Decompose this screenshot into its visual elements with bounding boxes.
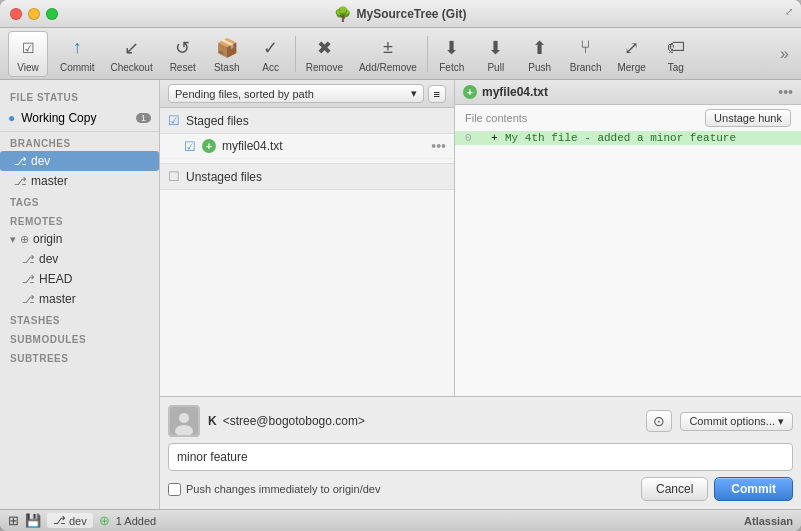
file-added-icon: + — [202, 139, 216, 153]
commit-top: K <stree@bogotobogo.com> ⊙ Commit option… — [168, 405, 793, 437]
merge-button[interactable]: ⤢ Merge — [609, 31, 653, 77]
stash-icon: 📦 — [214, 35, 240, 61]
view-icon: ☑ — [15, 35, 41, 61]
tag-button[interactable]: 🏷 Tag — [654, 31, 698, 77]
stash-button[interactable]: 📦 Stash — [205, 31, 249, 77]
push-button[interactable]: ⬆ Push — [518, 31, 562, 77]
right-panel: Pending files, sorted by path ▾ ≡ ☑ Stag… — [160, 80, 801, 509]
commit-bottom: Push changes immediately to origin/dev C… — [168, 477, 793, 501]
filename-label: myfile04.txt — [222, 139, 425, 153]
diff-menu[interactable]: ••• — [778, 84, 793, 100]
commit-toolbar-button[interactable]: ↑ Commit — [52, 31, 102, 77]
subtrees-header: SUBTREES — [0, 347, 159, 366]
main-window: 🌳 MySourceTree (Git) ⤢ ☑ View ↑ Commit ↙… — [0, 0, 801, 531]
sidebar-item-origin[interactable]: ▾ ⊕ origin — [0, 229, 159, 249]
branch-button[interactable]: ⑂ Branch — [562, 31, 610, 77]
options-chevron-icon: ▾ — [778, 415, 784, 428]
pull-button[interactable]: ⬇ Pull — [474, 31, 518, 77]
sidebar-item-dev[interactable]: ⎇ dev — [0, 151, 159, 171]
unstaged-section-header[interactable]: ☐ Unstaged files — [160, 163, 454, 190]
statusbar-branch-label: dev — [69, 515, 87, 527]
window-title: 🌳 MySourceTree (Git) — [334, 6, 466, 22]
add-remove-button[interactable]: ± Add/Remove — [351, 31, 425, 77]
file-menu-icon[interactable]: ••• — [431, 138, 446, 154]
diff-lines: 0 + My 4th file - added a minor feature — [455, 131, 801, 145]
working-copy-icon: ● — [8, 111, 15, 125]
diff-panel: + myfile04.txt ••• File contents Unstage… — [455, 80, 801, 396]
diff-line-added: 0 + My 4th file - added a minor feature — [455, 131, 801, 145]
checkout-button[interactable]: ↙ Checkout — [102, 31, 160, 77]
commit-history-button[interactable]: ⊙ — [646, 410, 672, 432]
commit-user-initial: K — [208, 414, 217, 428]
branch-icon: ⑂ — [573, 35, 599, 61]
files-area: Pending files, sorted by path ▾ ≡ ☑ Stag… — [160, 80, 801, 396]
unstage-hunk-button[interactable]: Unstage hunk — [705, 109, 791, 127]
diff-dots-icon: ••• — [778, 84, 793, 100]
statusbar-save-icon: 💾 — [25, 513, 41, 528]
file-status-header: FILE STATUS — [0, 86, 159, 105]
close-button[interactable] — [10, 8, 22, 20]
statusbar-add-icon: ⊕ — [99, 513, 110, 528]
diff-header: + myfile04.txt ••• — [455, 80, 801, 105]
statusbar-branch[interactable]: ⎇ dev — [47, 513, 93, 528]
unstaged-label: Unstaged files — [186, 170, 262, 184]
remove-icon: ✖ — [311, 35, 337, 61]
sort-dropdown[interactable]: Pending files, sorted by path ▾ — [168, 84, 424, 103]
toolbar-divider-1 — [295, 36, 296, 72]
push-checkbox[interactable] — [168, 483, 181, 496]
push-icon: ⬆ — [527, 35, 553, 61]
acc-icon: ✓ — [258, 35, 284, 61]
svg-point-1 — [179, 413, 189, 423]
statusbar-added-label: 1 Added — [116, 515, 156, 527]
working-copy-badge: 1 — [136, 113, 151, 123]
sidebar-item-remote-master[interactable]: ⎇ master — [0, 289, 159, 309]
origin-icon: ⊕ — [20, 233, 29, 246]
file-item-myfile04[interactable]: ☑ + myfile04.txt ••• — [160, 134, 454, 159]
fetch-button[interactable]: ⬇ Fetch — [430, 31, 474, 77]
merge-icon: ⤢ — [619, 35, 645, 61]
list-view-button[interactable]: ≡ — [428, 85, 446, 103]
commit-options-button[interactable]: Commit options... ▾ — [680, 412, 793, 431]
window-expand-icon[interactable]: ⤢ — [785, 6, 793, 17]
working-copy-label[interactable]: Working Copy — [21, 111, 130, 125]
view-button[interactable]: ☑ View — [8, 31, 48, 77]
toolbar-more-button[interactable]: » — [776, 41, 793, 67]
sidebar-item-remote-dev[interactable]: ⎇ dev — [0, 249, 159, 269]
minimize-button[interactable] — [28, 8, 40, 20]
sidebar-item-remote-head[interactable]: ⎇ HEAD — [0, 269, 159, 289]
sidebar: FILE STATUS ● Working Copy 1 BRANCHES ⎇ … — [0, 80, 160, 509]
commit-button[interactable]: Commit — [714, 477, 793, 501]
file-list-toolbar: Pending files, sorted by path ▾ ≡ — [160, 80, 454, 108]
remotes-header: REMOTES — [0, 210, 159, 229]
statusbar: ⊞ 💾 ⎇ dev ⊕ 1 Added Atlassian — [0, 509, 801, 531]
reset-button[interactable]: ↺ Reset — [161, 31, 205, 77]
push-checkbox-label[interactable]: Push changes immediately to origin/dev — [168, 483, 380, 496]
tag-icon: 🏷 — [663, 35, 689, 61]
remove-button[interactable]: ✖ Remove — [298, 31, 351, 77]
commit-user-info: K <stree@bogotobogo.com> — [208, 414, 638, 428]
branch-item-icon: ⎇ — [14, 155, 27, 168]
commit-message-text: minor feature — [177, 450, 248, 464]
toolbar: ☑ View ↑ Commit ↙ Checkout ↺ Reset 📦 Sta… — [0, 28, 801, 80]
reset-icon: ↺ — [170, 35, 196, 61]
add-remove-icon: ± — [375, 35, 401, 61]
tags-header: TAGS — [0, 191, 159, 210]
commit-user-email: <stree@bogotobogo.com> — [223, 414, 365, 428]
acc-button[interactable]: ✓ Acc — [249, 31, 293, 77]
submodules-header: SUBMODULES — [0, 328, 159, 347]
statusbar-branch-icon: ⎇ — [53, 514, 66, 527]
diff-file-contents-label: File contents — [465, 112, 527, 124]
branches-header: BRANCHES — [0, 132, 159, 151]
unstaged-icon: ☐ — [168, 169, 180, 184]
commit-message-box[interactable]: minor feature — [168, 443, 793, 471]
remote-icon: ▾ — [10, 233, 16, 246]
cancel-button[interactable]: Cancel — [641, 477, 708, 501]
maximize-button[interactable] — [46, 8, 58, 20]
staged-section-header[interactable]: ☑ Staged files — [160, 108, 454, 134]
remote-master-icon: ⎇ — [22, 293, 35, 306]
branch-master-icon: ⎇ — [14, 175, 27, 188]
fetch-icon: ⬇ — [439, 35, 465, 61]
remote-branch-icon: ⎇ — [22, 253, 35, 266]
staged-label: Staged files — [186, 114, 249, 128]
sidebar-item-master[interactable]: ⎇ master — [0, 171, 159, 191]
